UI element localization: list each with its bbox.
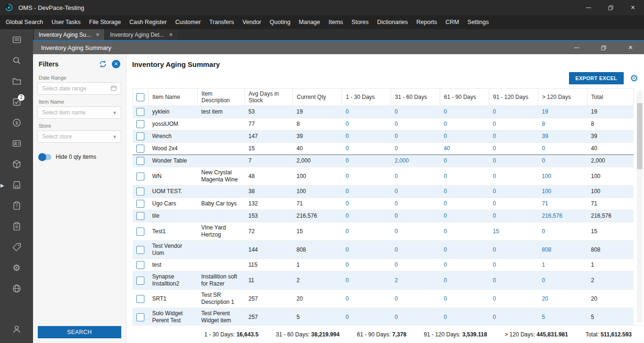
filters-close-icon[interactable]: ✕: [112, 60, 120, 68]
aging-drilldown-link[interactable]: 100: [542, 173, 552, 180]
aging-drilldown-link[interactable]: 0: [493, 261, 496, 268]
chevron-down-icon[interactable]: ▼: [112, 134, 117, 139]
aging-drilldown-link[interactable]: 8: [542, 121, 545, 127]
select-all-checkbox[interactable]: [136, 93, 144, 101]
menu-item[interactable]: Transfers: [205, 15, 238, 29]
table-row[interactable]: UOM TEST.381000000100100: [133, 186, 634, 198]
aging-drilldown-link[interactable]: 0: [493, 145, 496, 152]
inner-close-icon[interactable]: ✕: [617, 41, 644, 54]
aging-drilldown-link[interactable]: 40: [444, 145, 450, 152]
minimize-icon[interactable]: [577, 0, 600, 15]
row-checkbox[interactable]: [136, 228, 144, 236]
clipboard-icon[interactable]: [0, 216, 33, 237]
row-checkbox[interactable]: [136, 212, 144, 220]
aging-drilldown-link[interactable]: 0: [346, 157, 349, 164]
column-header[interactable]: Item Description: [198, 89, 245, 106]
tab-close-icon[interactable]: ✕: [169, 32, 173, 37]
row-checkbox[interactable]: [136, 200, 144, 208]
table-row[interactable]: Test1VIne Yard Hertzog721500015015: [133, 222, 634, 241]
scrollbar-thumb[interactable]: [637, 103, 643, 169]
aging-drilldown-link[interactable]: 0: [444, 188, 447, 195]
aging-drilldown-link[interactable]: 2,000: [395, 157, 409, 164]
column-header[interactable]: Current Qty: [293, 89, 342, 106]
menu-item[interactable]: Manage: [294, 15, 324, 29]
aging-drilldown-link[interactable]: 0: [542, 228, 545, 235]
table-row[interactable]: Ugo CarsBaby Car toys1327100007171: [133, 198, 634, 210]
column-header[interactable]: Avg Days in Stock: [245, 89, 293, 106]
aging-drilldown-link[interactable]: 0: [444, 212, 447, 219]
column-header[interactable]: Item Name: [149, 89, 198, 106]
aging-drilldown-link[interactable]: 0: [395, 188, 398, 195]
item-name-input[interactable]: Select item name ▼: [38, 106, 121, 119]
aging-drilldown-link[interactable]: 0: [493, 295, 496, 302]
aging-drilldown-link[interactable]: 0: [493, 133, 496, 139]
menu-item[interactable]: CRM: [441, 15, 463, 29]
vertical-scrollbar[interactable]: [637, 91, 643, 322]
row-checkbox[interactable]: [136, 246, 144, 254]
aging-drilldown-link[interactable]: 216,576: [542, 212, 562, 219]
aging-drilldown-link[interactable]: 0: [395, 121, 398, 127]
aging-drilldown-link[interactable]: 15: [493, 228, 499, 235]
menu-item[interactable]: Customer: [171, 15, 205, 29]
aging-drilldown-link[interactable]: 0: [493, 314, 496, 320]
date-range-input[interactable]: Select date range: [38, 82, 121, 95]
export-excel-button[interactable]: EXPORT EXCEL: [569, 72, 624, 84]
contact-card-icon[interactable]: [0, 133, 33, 154]
table-row[interactable]: WNNew Crystal Magenta Wine48100000010010…: [133, 167, 634, 186]
gear-icon[interactable]: ⚙: [0, 257, 33, 278]
row-checkbox[interactable]: [136, 277, 144, 285]
aging-drilldown-link[interactable]: 0: [395, 133, 398, 139]
package-icon[interactable]: [0, 154, 33, 174]
column-header[interactable]: 91 - 120 Days: [489, 89, 538, 106]
aging-drilldown-link[interactable]: 71: [542, 200, 548, 207]
menu-item[interactable]: Dictionaries: [373, 15, 412, 29]
row-checkbox[interactable]: [136, 157, 144, 165]
restore-icon[interactable]: [600, 0, 622, 15]
document-tab[interactable]: Inventory Aging Su...✕: [34, 29, 104, 40]
menu-item[interactable]: Vendor: [238, 15, 266, 29]
aging-drilldown-link[interactable]: 0: [444, 277, 447, 284]
aging-drilldown-link[interactable]: 0: [493, 173, 496, 180]
aging-drilldown-link[interactable]: 0: [493, 121, 496, 127]
aging-drilldown-link[interactable]: 0: [395, 173, 398, 180]
aging-drilldown-link[interactable]: 0: [395, 108, 398, 115]
row-checkbox[interactable]: [136, 132, 144, 140]
aging-drilldown-link[interactable]: 0: [542, 145, 545, 152]
aging-drilldown-link[interactable]: 0: [493, 212, 496, 219]
table-row[interactable]: test1151000011: [133, 259, 634, 271]
row-checkbox[interactable]: [136, 313, 144, 321]
aging-drilldown-link[interactable]: 0: [346, 133, 349, 139]
table-row[interactable]: Wonder Table72,00002,0000002,000: [133, 155, 634, 167]
menu-item[interactable]: User Tasks: [47, 15, 85, 29]
aging-drilldown-link[interactable]: 0: [444, 133, 447, 139]
aging-drilldown-link[interactable]: 0: [395, 200, 398, 207]
aging-drilldown-link[interactable]: 0: [346, 145, 349, 152]
inner-restore-icon[interactable]: [590, 41, 617, 54]
aging-drilldown-link[interactable]: 0: [346, 108, 349, 115]
row-checkbox[interactable]: [136, 188, 144, 196]
currency-icon[interactable]: $: [0, 112, 33, 133]
aging-drilldown-link[interactable]: 0: [346, 295, 349, 302]
help-clipboard-icon[interactable]: ?: [0, 195, 33, 216]
aging-drilldown-link[interactable]: 0: [395, 145, 398, 152]
tab-close-icon[interactable]: ✕: [96, 32, 100, 37]
aging-drilldown-link[interactable]: 0: [346, 246, 349, 253]
user-icon[interactable]: [0, 318, 33, 339]
column-header[interactable]: Total: [587, 89, 634, 106]
aging-drilldown-link[interactable]: 0: [395, 295, 398, 302]
panel-icon[interactable]: [0, 29, 33, 50]
aging-drilldown-link[interactable]: 0: [444, 261, 447, 268]
close-icon[interactable]: ✕: [622, 0, 644, 15]
table-row[interactable]: yykleintest item531900001919: [133, 106, 634, 118]
menu-item[interactable]: Settings: [463, 15, 493, 29]
aging-drilldown-link[interactable]: 0: [444, 173, 447, 180]
aging-drilldown-link[interactable]: 0: [493, 200, 496, 207]
aging-drilldown-link[interactable]: 0: [444, 121, 447, 127]
aging-drilldown-link[interactable]: 0: [395, 314, 398, 320]
aging-drilldown-link[interactable]: 0: [346, 277, 349, 284]
aging-drilldown-link[interactable]: 0: [346, 188, 349, 195]
aging-drilldown-link[interactable]: 20: [542, 295, 548, 302]
aging-drilldown-link[interactable]: 0: [444, 246, 447, 253]
globe-icon[interactable]: [0, 278, 33, 299]
aging-drilldown-link[interactable]: 0: [346, 173, 349, 180]
